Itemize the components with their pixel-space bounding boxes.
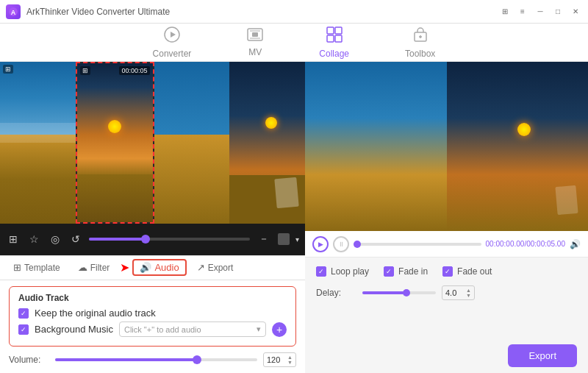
cell2-icon: ⊞ bbox=[80, 66, 90, 75]
video-controls: ⊞ ☆ ◎ ↺ － ▾ bbox=[0, 224, 305, 255]
volume-input[interactable]: 120 ▲ ▼ bbox=[263, 352, 296, 367]
right-progress-bar[interactable] bbox=[354, 243, 481, 246]
tab-converter[interactable]: Converter bbox=[147, 24, 198, 62]
keep-original-checkbox[interactable] bbox=[18, 308, 29, 319]
video-thumbnail-1 bbox=[0, 62, 76, 224]
delay-slider[interactable] bbox=[362, 291, 436, 294]
app-logo: A bbox=[6, 4, 21, 19]
preview-cell-3[interactable] bbox=[154, 62, 230, 224]
volume-value: 120 bbox=[267, 355, 280, 364]
export-tab-label: Export bbox=[208, 263, 234, 273]
audio-icon: 🔊 bbox=[140, 262, 151, 273]
right-panel: ▶ ⏸ 00:00:00.00/00:00:05.00 🔊 Loop play … bbox=[305, 62, 588, 373]
preview-cell-1[interactable]: ⊞ bbox=[0, 62, 76, 224]
audio-track-box: Audio Track Keep the original audio trac… bbox=[9, 286, 296, 347]
collage-tab-bar: ⊞ Template ☁ Filter ➤ 🔊 Audio ↗ Export bbox=[0, 255, 305, 280]
minimize-btn[interactable]: ─ bbox=[534, 5, 547, 18]
delay-spinners[interactable]: ▲ ▼ bbox=[466, 288, 471, 298]
tab-filter[interactable]: ☁ Filter bbox=[71, 259, 118, 276]
volume-slider[interactable] bbox=[55, 358, 257, 361]
pause-button[interactable]: ⏸ bbox=[333, 236, 349, 252]
volume-spinners[interactable]: ▲ ▼ bbox=[287, 355, 293, 365]
collage-icon bbox=[326, 26, 343, 46]
bg-music-placeholder: Click "+" to add audio bbox=[124, 325, 201, 334]
fade-in-option[interactable]: Fade in bbox=[384, 266, 428, 277]
right-controls: ▶ ⏸ 00:00:00.00/00:00:05.00 🔊 bbox=[305, 231, 588, 257]
filter-label: Filter bbox=[90, 263, 110, 273]
delay-down-icon[interactable]: ▼ bbox=[466, 293, 471, 298]
video-thumbnail-4 bbox=[229, 62, 305, 224]
play-button[interactable]: ▶ bbox=[312, 236, 329, 252]
template-icon: ⊞ bbox=[13, 262, 21, 273]
grid-btn[interactable]: ⊞ bbox=[498, 5, 512, 18]
volume-fill bbox=[55, 358, 197, 361]
fade-out-label: Fade out bbox=[457, 266, 492, 277]
window-controls: ⊞ ≡ ─ □ ✕ bbox=[498, 5, 582, 18]
arrow-indicator: ➤ bbox=[120, 260, 129, 274]
star-icon[interactable]: ☆ bbox=[26, 232, 42, 246]
tab-template[interactable]: ⊞ Template bbox=[6, 259, 68, 276]
delay-up-icon[interactable]: ▲ bbox=[466, 288, 471, 293]
dropdown-arrow-icon: ▾ bbox=[257, 324, 261, 334]
keep-original-row: Keep the original audio track bbox=[18, 308, 287, 319]
reflection-right bbox=[555, 185, 578, 215]
fade-out-option[interactable]: Fade out bbox=[442, 266, 492, 277]
delay-thumb bbox=[403, 289, 410, 296]
tab-mv[interactable]: MV bbox=[241, 25, 269, 60]
volume-row: Volume: 120 ▲ ▼ bbox=[9, 352, 296, 367]
loop-options-row: Loop play Fade in Fade out bbox=[316, 266, 577, 277]
cell1-icon: ⊞ bbox=[3, 65, 13, 74]
delay-label: Delay: bbox=[316, 288, 356, 298]
preview-cell-4[interactable] bbox=[229, 62, 305, 224]
maximize-btn[interactable]: □ bbox=[551, 5, 564, 18]
app-title: ArkThinker Video Converter Ultimate bbox=[26, 7, 498, 17]
minus-icon[interactable]: － bbox=[256, 231, 272, 247]
preview-grid: ⊞ 00:00:05 ⊞ bbox=[0, 62, 305, 224]
preview-cell-2[interactable]: 00:00:05 ⊞ bbox=[76, 62, 154, 224]
tab-audio[interactable]: 🔊 Audio bbox=[132, 259, 186, 276]
tab-export[interactable]: ↗ Export bbox=[190, 259, 241, 276]
progress-bar[interactable] bbox=[89, 238, 250, 241]
nav-tabs: Converter MV Collage Toolbox bbox=[0, 24, 588, 62]
loop-play-checkbox[interactable] bbox=[316, 266, 326, 277]
menu-btn[interactable]: ≡ bbox=[516, 5, 529, 18]
svg-text:A: A bbox=[11, 9, 16, 16]
fade-in-label: Fade in bbox=[398, 266, 428, 277]
volume-thumb bbox=[193, 355, 201, 364]
rotate-icon[interactable]: ↺ bbox=[68, 232, 83, 246]
audio-ctrl-icon[interactable]: ◎ bbox=[48, 232, 62, 246]
fade-out-checkbox[interactable] bbox=[442, 266, 453, 277]
video-timestamp: 00:00:05 bbox=[119, 66, 149, 75]
export-tab-icon: ↗ bbox=[197, 262, 205, 273]
loop-play-label: Loop play bbox=[331, 266, 369, 277]
layout-icon[interactable]: ⊞ bbox=[6, 232, 21, 246]
delay-fill bbox=[362, 291, 406, 294]
audio-label: Audio bbox=[154, 262, 179, 273]
add-audio-button[interactable]: + bbox=[272, 322, 287, 337]
expand-arrow-icon[interactable]: ▾ bbox=[295, 235, 299, 244]
export-button[interactable]: Export bbox=[508, 344, 577, 367]
loop-play-option[interactable]: Loop play bbox=[316, 266, 369, 277]
progress-thumb bbox=[141, 235, 150, 244]
progress-fill bbox=[89, 238, 146, 241]
bg-music-checkbox[interactable] bbox=[18, 324, 29, 335]
bg-music-dropdown[interactable]: Click "+" to add audio ▾ bbox=[119, 322, 266, 337]
delay-input[interactable]: 4.0 ▲ ▼ bbox=[442, 285, 475, 300]
toolbox-icon bbox=[412, 26, 429, 46]
audio-section: Audio Track Keep the original audio trac… bbox=[0, 280, 305, 373]
close-btn[interactable]: ✕ bbox=[569, 5, 582, 18]
volume-up-icon[interactable]: ▲ bbox=[287, 355, 293, 360]
volume-right-icon[interactable]: 🔊 bbox=[570, 239, 581, 249]
sun-icon-right bbox=[517, 123, 531, 136]
filter-icon: ☁ bbox=[78, 262, 87, 273]
tab-collage[interactable]: Collage bbox=[313, 24, 355, 62]
mv-label: MV bbox=[248, 47, 262, 57]
mv-icon bbox=[247, 28, 263, 45]
toolbox-label: Toolbox bbox=[405, 49, 435, 59]
collage-label: Collage bbox=[319, 49, 349, 59]
video-thumbnail-3 bbox=[154, 62, 230, 224]
fade-in-checkbox[interactable] bbox=[384, 266, 394, 277]
volume-down-icon[interactable]: ▼ bbox=[287, 360, 293, 365]
tab-toolbox[interactable]: Toolbox bbox=[399, 24, 441, 62]
delay-value: 4.0 bbox=[445, 288, 456, 297]
